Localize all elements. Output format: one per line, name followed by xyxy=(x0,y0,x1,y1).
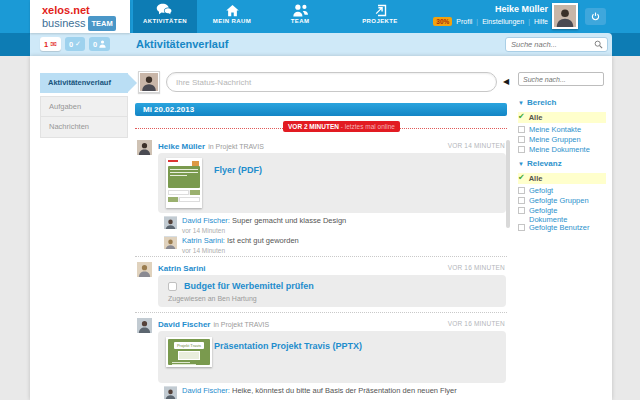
entry-timestamp: VOR 16 MINUTEN xyxy=(448,320,505,327)
comment-author-link[interactable]: David Fischer: xyxy=(182,386,230,395)
avatar[interactable] xyxy=(164,216,177,229)
global-search xyxy=(505,37,608,52)
entry-context: in Projekt TRAVIS xyxy=(208,143,264,150)
comment: David Fischer: Heike, könntest du bitte … xyxy=(182,386,503,395)
document-title-link[interactable]: Flyer (PDF) xyxy=(214,165,262,175)
status-message-input[interactable] xyxy=(166,72,497,92)
user-info: Heike Müller 30% Profil | Einstellungen … xyxy=(433,4,548,26)
profil-link[interactable]: Profil xyxy=(456,18,472,25)
einstellungen-link[interactable]: Einstellungen xyxy=(482,18,524,25)
comment-timestamp: vor 14 Minuten xyxy=(182,246,503,255)
filter-item-alle[interactable]: ✔Alle xyxy=(518,112,606,123)
avatar[interactable] xyxy=(137,318,152,333)
entry-separator xyxy=(135,256,507,257)
check-icon: ✓ xyxy=(75,40,81,48)
messages-badge[interactable]: 1 ✉ xyxy=(40,37,61,51)
task-assignment: Zugewiesen an Ben Hartung xyxy=(168,295,257,302)
person-icon xyxy=(99,40,106,48)
checkbox-icon[interactable] xyxy=(518,187,525,194)
filter-sidebar: ▼Bereich ✔Alle Meine Kontakte Meine Grup… xyxy=(512,56,612,400)
logout-button[interactable] xyxy=(585,8,606,25)
sidebar-item-nachrichten[interactable]: Nachrichten xyxy=(41,117,127,137)
door-exit-icon xyxy=(373,3,388,18)
presentation-card: Projekt Travis Präsentation Projekt Trav… xyxy=(158,331,506,383)
logo-team-badge: TEAM xyxy=(88,16,115,31)
sidebar-item-aufgaben[interactable]: Aufgaben xyxy=(41,97,127,117)
green-check-icon: ✔ xyxy=(518,113,525,122)
checkbox-icon[interactable] xyxy=(518,136,525,143)
filter-item-alle-relevanz[interactable]: ✔Alle xyxy=(518,173,606,184)
user-avatar[interactable] xyxy=(552,3,578,29)
avatar[interactable] xyxy=(137,140,152,155)
tab-label: PROJEKTE xyxy=(340,18,420,24)
task-card: Budget für Werbemittel prüfen Zugewiesen… xyxy=(158,275,506,307)
entry-author-link[interactable]: David Fischerin Projekt TRAVIS xyxy=(158,320,269,329)
entry-context: in Projekt TRAVIS xyxy=(213,321,269,328)
filter-item-gefolgt[interactable]: Gefolgt xyxy=(518,186,606,195)
filter-item-gefolgte-gruppen[interactable]: Gefolgte Gruppen xyxy=(518,196,606,205)
search-icon[interactable] xyxy=(594,40,603,49)
contacts-badge[interactable]: 0 xyxy=(89,37,110,51)
checkbox-icon[interactable] xyxy=(518,224,525,231)
filter-item-meine-kontakte[interactable]: Meine Kontakte xyxy=(518,125,606,134)
people-icon xyxy=(292,3,309,18)
sidebar-group: Aufgaben Nachrichten xyxy=(40,96,128,138)
tab-projekte[interactable]: PROJEKTE xyxy=(340,0,420,33)
presentation-title-link[interactable]: Präsentation Projekt Travis (PPTX) xyxy=(214,341,362,351)
tab-aktivitaeten[interactable]: AKTIVITÄTEN xyxy=(133,0,197,33)
feed-scrollbar-thumb[interactable] xyxy=(506,140,510,228)
chevron-down-icon: ▼ xyxy=(518,161,524,167)
entry-author-link[interactable]: Katrin Sarini xyxy=(158,264,206,273)
logo-line2: business TEAM xyxy=(42,16,130,31)
hilfe-link[interactable]: Hilfe xyxy=(534,18,548,25)
comment-text: Super gemacht und klasse Design xyxy=(232,216,346,225)
filter-item-meine-gruppen[interactable]: Meine Gruppen xyxy=(518,135,606,144)
power-icon xyxy=(591,12,600,21)
comment-timestamp: vor 14 Minuten xyxy=(182,226,503,235)
checkbox-icon[interactable] xyxy=(518,126,525,133)
tab-team[interactable]: TEAM xyxy=(268,0,332,33)
last-online-badge: VOR 2 MINUTEN - letztes mal online xyxy=(283,121,400,132)
filter-item-gefolgte-dokumente[interactable]: Gefolgte Dokumente xyxy=(518,206,588,224)
left-sidebar: Aktivitätenverlauf Aufgaben Nachrichten xyxy=(40,56,128,138)
tasks-badge[interactable]: 0 ✓ xyxy=(65,37,85,51)
filter-search-input[interactable] xyxy=(519,76,597,83)
tab-label: AKTIVITÄTEN xyxy=(133,18,197,24)
checkbox-icon[interactable] xyxy=(518,146,525,153)
task-title-link[interactable]: Budget für Werbemittel prüfen xyxy=(184,281,314,291)
avatar[interactable] xyxy=(137,262,152,277)
comment-author-link[interactable]: Katrin Sarini: xyxy=(182,236,225,245)
avatar[interactable] xyxy=(164,386,177,399)
filter-group-bereich[interactable]: ▼Bereich xyxy=(518,98,556,107)
filter-item-meine-dokumente[interactable]: Meine Dokumente xyxy=(518,145,606,154)
tab-mein-raum[interactable]: MEIN RAUM xyxy=(197,0,267,33)
home-icon xyxy=(225,3,240,18)
checkbox-icon[interactable] xyxy=(518,207,525,214)
user-name[interactable]: Heike Müller xyxy=(433,4,548,15)
avatar[interactable] xyxy=(164,236,177,249)
comment-text: Heike, könntest du bitte auf Basis der P… xyxy=(232,386,457,395)
filter-item-gefolgte-benutzer[interactable]: Gefolgte Benutzer xyxy=(518,223,606,232)
flyer-thumbnail[interactable] xyxy=(166,158,202,208)
link-separator: | xyxy=(528,18,530,25)
status-avatar xyxy=(138,71,160,93)
comment: David Fischer: Super gemacht und klasse … xyxy=(182,216,503,235)
presentation-thumbnail[interactable]: Projekt Travis xyxy=(166,337,212,367)
link-separator: | xyxy=(476,18,478,25)
collapse-panel-arrow-icon[interactable]: ◀ xyxy=(503,77,509,86)
comment-author-link[interactable]: David Fischer: xyxy=(182,216,230,225)
sidebar-item-aktivitaetenverlauf[interactable]: Aktivitätenverlauf xyxy=(40,73,128,93)
profile-progress-badge: 30% xyxy=(433,17,452,26)
filter-group-relevanz[interactable]: ▼Relevanz xyxy=(518,159,562,168)
global-search-input[interactable] xyxy=(506,40,594,49)
date-divider: Mi 20.02.2013 xyxy=(135,103,507,116)
checkbox-icon[interactable] xyxy=(518,197,525,204)
presentation-thumb-label: Projekt Travis xyxy=(174,342,204,349)
green-check-icon: ✔ xyxy=(518,174,525,183)
app-logo[interactable]: xelos.net business TEAM xyxy=(30,0,130,33)
entry-author-link[interactable]: Heike Müllerin Projekt TRAVIS xyxy=(158,142,264,151)
filter-search xyxy=(518,72,604,86)
page-title: Aktivitätenverlauf xyxy=(136,38,228,50)
task-checkbox[interactable] xyxy=(168,282,177,291)
document-card: Flyer (PDF) xyxy=(158,153,506,213)
